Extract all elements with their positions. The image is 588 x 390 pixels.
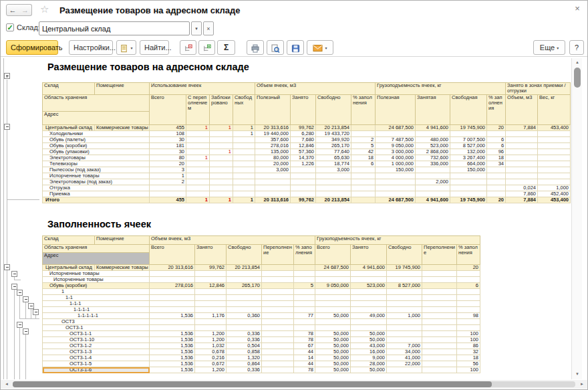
row-label-cell[interactable]: Итого [43,197,150,203]
table-row[interactable]: 1-1-1-1-11,5361,1760,3607750,00049,0001,… [43,313,480,319]
value-cell[interactable] [291,185,316,191]
value-cell[interactable]: 1,000 [538,185,571,191]
row-label-cell[interactable]: 1-1-1 [43,301,150,307]
row-label-cell[interactable]: ОСТ3-1-1 [43,331,150,337]
row-label-cell[interactable]: ОСТ3-1-6 [43,367,150,373]
value-cell[interactable]: 1 [233,131,255,137]
value-cell[interactable]: 43,000 [351,343,387,349]
value-cell[interactable] [186,173,210,179]
value-cell[interactable]: 20 313,616 [255,197,291,203]
value-cell[interactable]: 50,000 [315,337,351,343]
value-cell[interactable] [150,271,195,277]
value-cell[interactable] [422,355,457,361]
value-cell[interactable]: 1 [210,125,233,131]
value-cell[interactable]: 0,672 [195,361,227,367]
value-cell[interactable]: 44 [294,361,315,367]
expand-groups-button[interactable] [198,40,215,55]
row-label-cell[interactable]: ОСТ3 [43,319,150,325]
value-cell[interactable]: 6 [487,143,506,149]
help-button[interactable]: ? [569,40,584,55]
value-cell[interactable] [506,149,538,155]
value-cell[interactable]: 357,600 [255,137,291,143]
value-cell[interactable]: 78 [294,331,315,337]
value-cell[interactable] [450,191,487,197]
value-cell[interactable]: 50,000 [315,331,351,337]
value-cell[interactable] [422,301,457,307]
table-row[interactable]: Приемка7,860452,400 [43,191,571,197]
value-cell[interactable] [422,295,457,301]
value-cell[interactable] [351,173,376,179]
value-cell[interactable] [422,319,457,325]
table-row[interactable]: 1-1 [43,295,480,301]
group-expander[interactable] [28,303,34,309]
value-cell[interactable] [150,191,186,197]
value-cell[interactable] [506,143,538,149]
value-cell[interactable]: 78 [294,337,315,343]
save-button[interactable] [287,40,304,55]
value-cell[interactable]: 150,000 [376,167,416,173]
group-expander[interactable] [4,73,10,79]
value-cell[interactable] [262,295,294,301]
scroll-up-icon[interactable]: ▲ [572,58,583,66]
value-cell[interactable] [210,137,233,143]
value-cell[interactable]: 86 [457,343,480,349]
table-row[interactable]: Телевизоры2020,0001,22618,77461 000,0003… [43,161,571,167]
value-cell[interactable] [506,131,538,137]
value-cell[interactable] [416,173,450,179]
forward-button[interactable]: → [19,4,32,16]
value-cell[interactable] [487,185,506,191]
value-cell[interactable]: 0,864 [227,361,262,367]
value-cell[interactable]: 77 [294,313,315,319]
value-cell[interactable]: 1,536 [150,337,195,343]
value-cell[interactable] [351,289,387,295]
back-button[interactable]: ← [6,4,19,16]
value-cell[interactable]: 20 213,854 [227,265,262,271]
value-cell[interactable] [457,271,480,277]
value-cell[interactable]: 98 [457,313,480,319]
value-cell[interactable] [210,185,233,191]
value-cell[interactable] [316,173,351,179]
value-cell[interactable] [262,349,294,355]
value-cell[interactable]: 9,000 [351,355,387,361]
group-expander[interactable] [11,284,17,290]
value-cell[interactable]: 523,000 [351,283,387,289]
print-button[interactable] [247,40,264,55]
row-label-cell[interactable]: Холодильники [43,131,150,137]
value-cell[interactable]: 96 [487,149,506,155]
value-cell[interactable] [450,185,487,191]
value-cell[interactable] [186,185,210,191]
row-label-cell[interactable]: Обувь (палеты) [43,137,150,143]
more-button[interactable]: Еще▾ [533,40,565,55]
value-cell[interactable] [291,191,316,197]
value-cell[interactable] [294,325,315,331]
send-email-button[interactable]: ▾ [307,40,333,55]
value-cell[interactable] [457,277,480,283]
value-cell[interactable] [150,307,195,313]
value-cell[interactable]: 24 687,500 [376,125,416,131]
row-label-cell[interactable]: Испорченные товары [43,271,150,277]
table-row[interactable]: Электротовары (под заказ)22,000 [43,179,571,185]
value-cell[interactable]: 44 [294,349,315,355]
value-cell[interactable]: 6,280 [291,131,316,137]
value-cell[interactable] [538,131,571,137]
value-cell[interactable]: 34 [487,161,506,167]
value-cell[interactable] [450,179,487,185]
value-cell[interactable]: 0,360 [227,313,262,319]
row-label-cell[interactable]: Центральный склад [43,125,95,131]
value-cell[interactable] [351,277,387,283]
value-cell[interactable] [227,325,262,331]
value-cell[interactable] [210,179,233,185]
value-cell[interactable]: 265,170 [227,283,262,289]
scroll-right-icon[interactable]: ► [577,380,587,389]
row-label-cell[interactable]: Приемка [43,191,150,197]
value-cell[interactable]: 7,884 [506,125,538,131]
value-cell[interactable]: 135,000 [255,149,291,155]
value-cell[interactable] [376,131,416,137]
value-cell[interactable] [227,289,262,295]
value-cell[interactable] [351,307,387,313]
value-cell[interactable]: 7,680 [291,137,316,143]
table-row[interactable]: Холодильники108119 440,0006,28019 433,72… [43,131,571,137]
value-cell[interactable] [262,301,294,307]
row-label-cell[interactable]: Телевизоры [43,161,150,167]
value-cell[interactable]: 8 527,000 [450,143,487,149]
